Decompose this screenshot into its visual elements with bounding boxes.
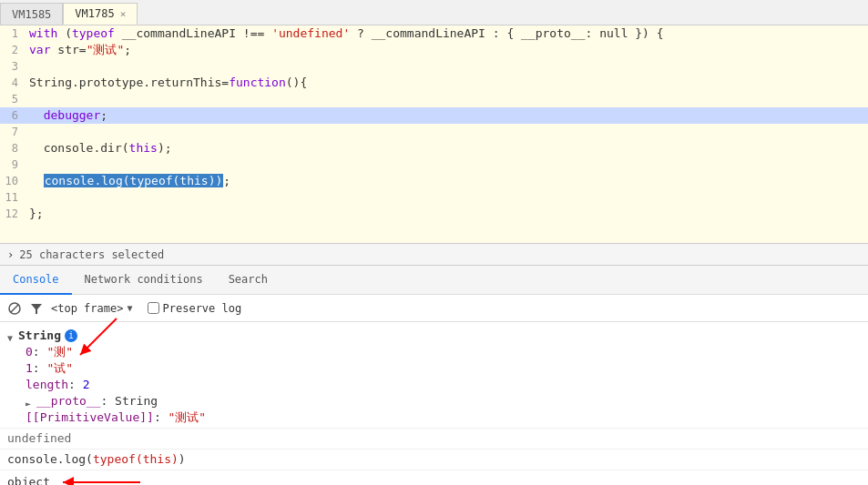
line-content-7	[26, 124, 868, 140]
obj-row-primitive: [[PrimitiveValue]]: "测试"	[26, 409, 206, 426]
console-entry-string: ▼ String i 0: "测" 1: "试" length: 2 ► __p…	[0, 326, 868, 429]
code-line-11: 11	[0, 189, 868, 206]
line-num-9: 9	[0, 157, 26, 173]
console-tabs: Console Network conditions Search	[0, 266, 868, 295]
line-num-12: 12	[0, 206, 26, 222]
code-line-6: 6 debugger;	[0, 107, 868, 124]
line-content-2: var str="测试";	[26, 42, 868, 58]
line-num-8: 8	[0, 140, 26, 157]
line-num-10: 10	[0, 173, 26, 189]
console-entry-object: object	[0, 470, 868, 485]
console-entry-undefined: undefined	[0, 429, 868, 450]
log-line-text: console.log(typeof(this))	[7, 451, 186, 468]
obj-row-length: length: 2	[26, 377, 206, 393]
red-arrow-icon	[54, 472, 145, 485]
obj-key-1: 1: "试"	[26, 360, 73, 377]
line-content-11	[26, 189, 868, 206]
obj-row-string[interactable]: ▼ String i	[7, 328, 77, 344]
line-content-5	[26, 91, 868, 107]
frame-label: <top frame>	[51, 302, 123, 315]
line-content-12: };	[26, 206, 868, 222]
undefined-text: undefined	[7, 430, 71, 447]
obj-toggle-proto[interactable]: ►	[26, 396, 36, 407]
code-line-4: 4 String.prototype.returnThis=function()…	[0, 75, 868, 91]
line-num-3: 3	[0, 58, 26, 75]
line-content-1: with (typeof __commandLineAPI !== 'undef…	[26, 25, 868, 42]
line-num-2: 2	[0, 42, 26, 58]
object-text: object	[7, 474, 50, 485]
console-toolbar: <top frame> ▼ Preserve log	[0, 295, 868, 322]
code-line-1: 1 with (typeof __commandLineAPI !== 'und…	[0, 25, 868, 42]
obj-row-proto[interactable]: ► __proto__: String	[26, 393, 206, 409]
filter-icon[interactable]	[29, 301, 44, 316]
obj-key-proto: __proto__: String	[36, 393, 158, 409]
status-text: 25 characters selected	[19, 248, 164, 261]
clear-console-icon[interactable]	[7, 301, 22, 316]
obj-row-1: 1: "试"	[26, 360, 206, 377]
line-num-7: 7	[0, 124, 26, 140]
obj-children: 0: "测" 1: "试" length: 2 ► __proto__: Str…	[26, 344, 206, 426]
code-line-12: 12 };	[0, 206, 868, 222]
line-num-6: 6	[0, 107, 26, 124]
line-num-1: 1	[0, 25, 26, 42]
line-content-10: console.log(typeof(this));	[26, 173, 868, 189]
tab-bar: VM1585 VM1785 ×	[0, 0, 868, 25]
tab-vm1585[interactable]: VM1585	[0, 3, 63, 25]
line-num-11: 11	[0, 189, 26, 206]
line-content-9	[26, 157, 868, 173]
tab-vm1785-label: VM1785	[75, 7, 114, 20]
tab-search[interactable]: Search	[216, 266, 281, 295]
code-line-3: 3	[0, 58, 868, 75]
obj-type-string: String	[18, 328, 61, 344]
line-num-4: 4	[0, 75, 26, 91]
tab-vm1785[interactable]: VM1785 ×	[63, 3, 138, 25]
preserve-log-label: Preserve log	[163, 302, 242, 315]
code-line-8: 8 console.dir(this);	[0, 140, 868, 157]
line-content-4: String.prototype.returnThis=function(){	[26, 75, 868, 91]
svg-marker-2	[31, 304, 42, 314]
obj-toggle-string[interactable]: ▼	[7, 330, 18, 341]
console-output: ▼ String i 0: "测" 1: "试" length: 2 ► __p…	[0, 322, 868, 485]
obj-key-0: 0: "测"	[26, 344, 73, 360]
obj-row-0: 0: "测"	[26, 344, 206, 360]
code-editor: 1 with (typeof __commandLineAPI !== 'und…	[0, 25, 868, 244]
code-line-5: 5	[0, 91, 868, 107]
tab-network-conditions-label: Network conditions	[85, 273, 203, 286]
code-line-9: 9	[0, 157, 868, 173]
status-arrow-icon: ›	[7, 248, 14, 261]
info-badge: i	[65, 329, 77, 342]
preserve-log-checkbox[interactable]	[148, 302, 159, 314]
frame-selector[interactable]: <top frame> ▼	[51, 302, 133, 315]
tab-search-label: Search	[229, 273, 268, 286]
tab-network-conditions[interactable]: Network conditions	[72, 266, 216, 295]
code-line-2: 2 var str="测试";	[0, 42, 868, 58]
tab-vm1585-label: VM1585	[12, 8, 51, 21]
line-num-5: 5	[0, 91, 26, 107]
obj-key-primitive: [[PrimitiveValue]]: "测试"	[26, 409, 206, 426]
code-line-7: 7	[0, 124, 868, 140]
dropdown-icon: ▼	[127, 303, 132, 313]
status-bar: › 25 characters selected	[0, 244, 868, 266]
line-content-6: debugger;	[26, 107, 868, 124]
tab-console[interactable]: Console	[0, 266, 72, 295]
tab-vm1785-close-icon[interactable]: ×	[120, 8, 127, 20]
svg-line-1	[11, 305, 18, 312]
code-line-10: 10 console.log(typeof(this));	[0, 173, 868, 189]
line-content-8: console.dir(this);	[26, 140, 868, 157]
tab-console-label: Console	[13, 273, 59, 286]
preserve-log-container: Preserve log	[148, 302, 242, 315]
line-content-3	[26, 58, 868, 75]
console-entry-log: console.log(typeof(this))	[0, 450, 868, 470]
obj-key-length: length: 2	[26, 377, 89, 393]
